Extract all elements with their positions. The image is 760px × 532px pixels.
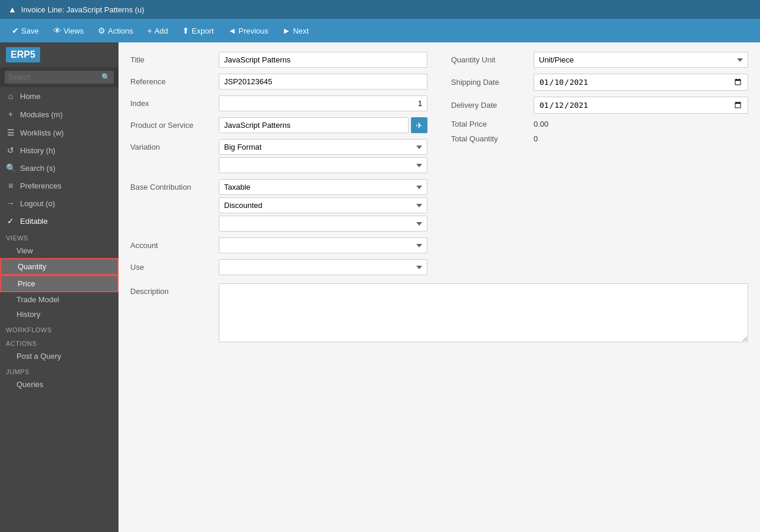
description-label: Description	[130, 283, 219, 296]
quantity-unit-select[interactable]: Unit/Piece	[534, 52, 748, 68]
sidebar-item-editable[interactable]: ✓ Editable	[0, 212, 119, 230]
total-quantity-row: Total Quantity 0	[451, 134, 748, 143]
search-nav-icon: 🔍	[6, 163, 15, 173]
account-label: Account	[130, 237, 219, 250]
shipping-date-label: Shipping Date	[451, 78, 534, 87]
sidebar-item-post-query[interactable]: Post a Query	[0, 349, 119, 364]
sidebar-item-home[interactable]: ⌂ Home	[0, 87, 119, 105]
actions-section-label: ACTIONS	[0, 335, 119, 349]
product-control: ✈	[219, 117, 427, 133]
base-contribution-select1[interactable]: Taxable	[219, 179, 427, 195]
logout-icon: →	[6, 199, 15, 208]
variation-select1[interactable]: Big Format	[219, 139, 427, 155]
reference-label: Reference	[130, 74, 219, 86]
sidebar-item-queries[interactable]: Queries	[0, 377, 119, 392]
home-icon: ⌂	[6, 91, 15, 101]
next-button[interactable]: ► Next	[277, 23, 315, 38]
next-icon: ►	[282, 26, 291, 35]
modules-icon: ＋	[6, 109, 15, 120]
quantity-unit-row: Quantity Unit Unit/Piece	[451, 52, 748, 68]
logo-area: ERP5	[0, 42, 119, 67]
sidebar: ERP5 🔍 ⌂ Home ＋ Modules (m) ☰ Worklists …	[0, 42, 119, 532]
use-select[interactable]	[219, 259, 427, 275]
sidebar-item-history-views[interactable]: History	[0, 307, 119, 322]
sidebar-item-price[interactable]: Price	[0, 275, 119, 292]
index-label: Index	[130, 95, 219, 108]
shipping-date-input[interactable]	[534, 74, 748, 91]
product-input[interactable]	[219, 117, 409, 133]
worklists-icon: ☰	[6, 128, 15, 137]
main-content: Title Reference Index	[119, 42, 760, 532]
index-control	[219, 95, 427, 111]
total-price-value: 0.00	[534, 120, 548, 128]
sidebar-item-worklists[interactable]: ☰ Worklists (w)	[0, 124, 119, 141]
logo: ERP5	[6, 47, 40, 62]
account-control	[219, 237, 427, 253]
reference-input[interactable]	[219, 74, 427, 90]
jumps-section-label: JUMPS	[0, 364, 119, 377]
save-icon: ✔	[12, 26, 19, 35]
index-row: Index	[130, 95, 427, 111]
title-input[interactable]	[219, 52, 427, 68]
export-button[interactable]: ⬆ Export	[176, 23, 220, 38]
reference-row: Reference	[130, 74, 427, 90]
left-form-section: Title Reference Index	[130, 52, 427, 281]
add-button[interactable]: + Add	[142, 23, 174, 38]
variation-select2[interactable]	[219, 157, 427, 173]
sidebar-item-history[interactable]: ↺ History (h)	[0, 141, 119, 159]
previous-button[interactable]: ◄ Previous	[222, 23, 274, 38]
total-price-label: Total Price	[451, 120, 534, 128]
history-icon: ↺	[6, 146, 15, 155]
shipping-date-row: Shipping Date	[451, 74, 748, 91]
search-icon: 🔍	[101, 73, 110, 81]
save-button[interactable]: ✔ Save	[6, 23, 45, 38]
quantity-unit-label: Quantity Unit	[451, 55, 534, 64]
sidebar-item-preferences[interactable]: ≡ Preferences	[0, 177, 119, 194]
reference-control	[219, 74, 427, 90]
description-textarea[interactable]	[219, 283, 748, 342]
preferences-icon: ≡	[6, 181, 15, 190]
use-control	[219, 259, 427, 275]
search-input[interactable]	[5, 71, 114, 84]
base-contribution-label: Base Contribution	[130, 179, 219, 191]
product-link-button[interactable]: ✈	[411, 117, 427, 133]
variation-label: Variation	[130, 139, 219, 151]
base-contribution-control: Taxable Discounted	[219, 179, 427, 232]
actions-icon: ⚙	[98, 26, 106, 35]
sidebar-item-modules[interactable]: ＋ Modules (m)	[0, 105, 119, 124]
description-row: Description	[130, 283, 748, 342]
actions-button[interactable]: ⚙ Actions	[92, 23, 139, 38]
title-row: Title	[130, 52, 427, 68]
variation-control: Big Format	[219, 139, 427, 173]
link-icon: ✈	[416, 121, 423, 130]
search-box[interactable]: 🔍	[0, 67, 119, 87]
right-form-section: Quantity Unit Unit/Piece Shipping Date D…	[451, 52, 748, 281]
delivery-date-label: Delivery Date	[451, 101, 534, 110]
sidebar-item-logout[interactable]: → Logout (o)	[0, 194, 119, 212]
views-button[interactable]: 👁 Views	[47, 23, 90, 38]
base-contribution-select3[interactable]	[219, 216, 427, 232]
account-select[interactable]	[219, 237, 427, 253]
total-price-row: Total Price 0.00	[451, 120, 748, 128]
prev-icon: ◄	[228, 26, 236, 35]
use-row: Use	[130, 259, 427, 275]
delivery-date-row: Delivery Date	[451, 97, 748, 114]
product-row: Product or Service ✈	[130, 117, 427, 133]
title-control	[219, 52, 427, 68]
index-input[interactable]	[219, 95, 427, 111]
variation-row: Variation Big Format	[130, 139, 427, 173]
action-bar: ✔ Save 👁 Views ⚙ Actions + Add ⬆ Export …	[0, 19, 760, 42]
base-contribution-select2[interactable]: Discounted	[219, 197, 427, 213]
breadcrumb-arrow: ▲	[8, 5, 17, 14]
sidebar-item-search[interactable]: 🔍 Search (s)	[0, 159, 119, 177]
sidebar-item-quantity[interactable]: Quantity	[0, 258, 119, 275]
title-label: Title	[130, 52, 219, 64]
delivery-date-input[interactable]	[534, 97, 748, 114]
breadcrumb-text: Invoice Line: JavaScript Patterns (u)	[21, 5, 144, 14]
export-icon: ⬆	[182, 26, 189, 35]
base-contribution-row: Base Contribution Taxable Discounted	[130, 179, 427, 232]
editable-icon: ✓	[6, 216, 15, 226]
sidebar-item-view[interactable]: View	[0, 243, 119, 258]
sidebar-item-trade-model[interactable]: Trade Model	[0, 292, 119, 307]
use-label: Use	[130, 259, 219, 272]
